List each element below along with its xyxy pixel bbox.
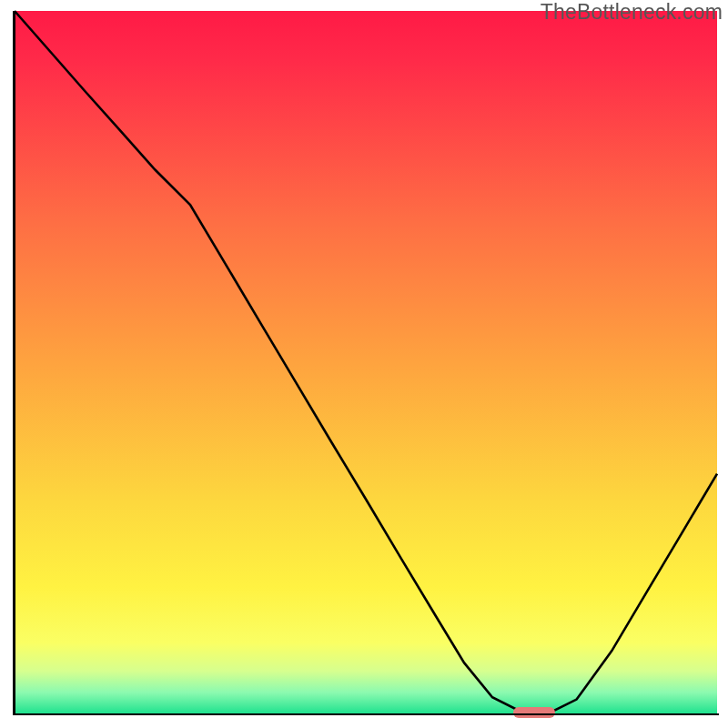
x-axis-line xyxy=(13,713,719,716)
plot-area xyxy=(15,11,717,713)
y-axis-line xyxy=(13,11,15,715)
bottleneck-chart: TheBottleneck.com xyxy=(0,0,728,728)
bottleneck-curve xyxy=(15,11,717,713)
watermark-text: TheBottleneck.com xyxy=(541,0,723,25)
